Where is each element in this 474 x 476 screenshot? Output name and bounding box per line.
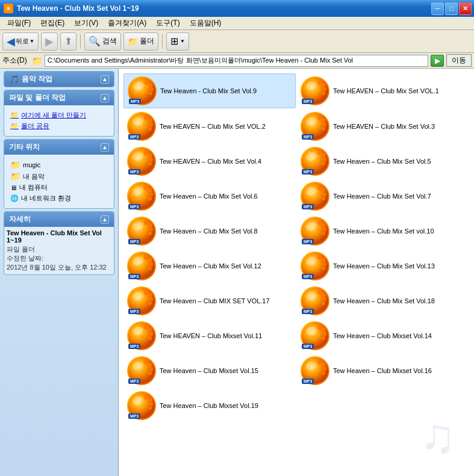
details-collapse-button[interactable]: ▲: [101, 215, 109, 224]
svg-point-18: [149, 123, 153, 126]
sidebar-music-header[interactable]: 🎵 음악 작업 ▲: [4, 72, 114, 87]
file-item[interactable]: MP3 Tew Heaven – Club Mixset Vol.15: [123, 354, 296, 388]
title-bar-left: Tew Heaven - Club Mix Set Vol 1~19: [4, 4, 139, 13]
file-item[interactable]: MP3 Tew HEAVEN – Club Mix Set VOL.2: [123, 110, 296, 143]
menu-tools[interactable]: 도구(T): [151, 17, 184, 29]
mp3-badge: MP3: [302, 274, 314, 279]
svg-point-79: [148, 301, 152, 305]
file-item[interactable]: MP3 Tew Heaven – Club Mixset Vol.16: [297, 354, 469, 388]
share-folder-link[interactable]: 📁 폴더 공유: [10, 122, 108, 131]
maximize-button[interactable]: □: [445, 2, 458, 15]
menu-favorites[interactable]: 즐겨찾기(A): [103, 17, 151, 29]
search-label: 검색: [102, 36, 117, 46]
create-folder-link[interactable]: 📁 여기에 새 폴더 만들기: [10, 111, 108, 120]
file-item[interactable]: MP3 Tew HEAVEN – Club Mix Set Vol.3: [297, 110, 469, 143]
mp3-badge: MP3: [128, 344, 140, 349]
minimize-button[interactable]: ─: [431, 2, 444, 15]
sidebar-file-label: 파일 및 폴더 작업: [9, 93, 66, 103]
svg-point-97: [322, 336, 325, 340]
file-item[interactable]: MP3 Tew Heaven – Club Mix Set Vol.5: [297, 144, 469, 178]
mp3-badge: MP3: [128, 274, 140, 279]
mp3-icon: MP3: [127, 356, 156, 385]
mp3-icon: MP3: [301, 321, 329, 350]
file-item[interactable]: MP3 Tew Heaven – Club Mix Set Vol.18: [297, 284, 469, 318]
my-music-label: 내 음악: [23, 172, 45, 181]
forward-button[interactable]: ▶: [41, 32, 58, 51]
sidebar-item-my-music[interactable]: 📁 내 음악: [10, 172, 108, 181]
sidebar-item-my-computer[interactable]: 🖥 내 컴퓨터: [10, 183, 108, 192]
sidebar-item-network[interactable]: 🌐 내 네트워크 환경: [10, 194, 108, 203]
menu-view[interactable]: 보기(V): [69, 17, 103, 29]
mp3-icon: MP3: [127, 321, 156, 350]
address-input[interactable]: C:\Documents and Settings\Administrator\…: [45, 55, 428, 67]
file-item[interactable]: MP3 Tew HEAVEN – Club Mix Set Vol.4: [123, 144, 296, 178]
file-item[interactable]: MP3 Tew Heaven – Club Mix Set vol.10: [297, 214, 469, 248]
sidebar-file-header[interactable]: 파일 및 폴더 작업 ▲: [4, 90, 114, 105]
menu-edit[interactable]: 편집(E): [36, 17, 69, 29]
svg-point-5: [149, 83, 153, 87]
go-arrow-button[interactable]: ▶: [431, 55, 444, 67]
sidebar-details-header[interactable]: 자세히 ▲: [4, 212, 114, 227]
go-button[interactable]: 이동: [446, 54, 472, 67]
mp3-icon: MP3: [301, 182, 329, 211]
svg-point-109: [322, 371, 325, 375]
sidebar-places-header[interactable]: 기타 위치 ▲: [4, 140, 114, 155]
mp3-icon: MP3: [127, 286, 156, 315]
back-arrow-icon: ◀: [7, 35, 15, 48]
file-item[interactable]: MP3 Tew Heaven – Club Mix Set Vol.6: [123, 179, 296, 213]
file-name: Tew Heaven – Club Mix Set Vol.18: [333, 297, 435, 305]
mp3-badge: MP3: [128, 134, 140, 140]
file-name: Tew Heaven - Club Mix Set Vol.9: [160, 87, 257, 95]
sidebar-item-mugic[interactable]: 📁 mugic: [10, 160, 108, 170]
file-item[interactable]: MP3 Tew Heaven – Club Mixset Vol.19: [123, 389, 296, 422]
file-item[interactable]: MP3 Tew Heaven – Club Mix Set Vol.8: [123, 214, 296, 248]
mp3-badge: MP3: [302, 99, 314, 104]
close-button[interactable]: ✕: [459, 2, 472, 15]
svg-point-12: [323, 87, 326, 91]
music-collapse-button[interactable]: ▲: [101, 75, 109, 84]
svg-point-6: [150, 87, 154, 91]
places-collapse-button[interactable]: ▲: [101, 143, 109, 152]
file-name: Tew Heaven – Club Mixset Vol.19: [160, 401, 258, 410]
file-item[interactable]: MP3 Tew Heaven – Club Mix Set Vol.13: [297, 249, 469, 283]
up-button[interactable]: ⬆: [60, 32, 76, 51]
file-item[interactable]: MP3 Tew Heaven – Club Mix Set Vol.7: [297, 179, 469, 213]
file-item[interactable]: MP3 Tew HEAVEN – Club Mix Set VOL.1: [297, 73, 469, 108]
mp3-icon: MP3: [127, 252, 156, 280]
menu-file[interactable]: 파일(F): [2, 17, 36, 29]
svg-point-66: [149, 262, 153, 266]
svg-point-89: [148, 328, 152, 332]
title-bar: Tew Heaven - Club Mix Set Vol 1~19 ─ □ ✕: [0, 0, 474, 17]
menu-help[interactable]: 도움말(H): [185, 17, 226, 29]
svg-point-114: [149, 402, 153, 406]
file-item[interactable]: MP3 Tew Heaven – Club MIX SET VOL.17: [123, 284, 296, 318]
file-name: Tew Heaven – Club MIX SET VOL.17: [160, 297, 270, 305]
separator-1: [80, 34, 81, 49]
file-item[interactable]: MP3 Tew Heaven - Club Mix Set Vol.9: [123, 73, 296, 108]
files-grid: MP3 Tew Heaven - Club Mix Set Vol.9: [123, 73, 469, 422]
content-area: MP3 Tew Heaven - Club Mix Set Vol.9: [119, 69, 474, 476]
svg-point-78: [149, 297, 153, 301]
svg-point-54: [149, 227, 153, 231]
svg-point-67: [148, 267, 152, 270]
svg-point-1: [7, 7, 10, 10]
file-item[interactable]: MP3 Tew Heaven – Club Mixset Vol.14: [297, 319, 469, 353]
sidebar-details-section: 자세히 ▲ Tew Heaven - Club Mix Set Vol 1~19…: [4, 211, 114, 275]
svg-point-72: [323, 262, 326, 266]
file-collapse-button[interactable]: ▲: [101, 94, 109, 102]
create-folder-label: 여기에 새 폴더 만들기: [21, 111, 86, 120]
back-dropdown-icon: ▼: [30, 39, 34, 44]
file-name: Tew Heaven – Club Mixset Vol.14: [333, 332, 432, 340]
detail-modified-date: 2012년 8월 10일 오늘, 오후 12:32: [7, 263, 111, 272]
sidebar-music-section: 🎵 음악 작업 ▲: [4, 71, 114, 87]
file-item[interactable]: MP3 Tew HEAVEN – Club Mixset Vol.11: [123, 319, 296, 353]
svg-point-49: [322, 197, 325, 200]
sidebar-details-label: 자세히: [9, 214, 31, 224]
folders-button[interactable]: 📁 폴더: [123, 32, 158, 51]
detail-modified-label: 수정한 날짜:: [7, 254, 111, 263]
back-button[interactable]: ◀ 뒤로 ▼: [2, 32, 39, 51]
file-name: Tew HEAVEN – Club Mix Set Vol.4: [160, 157, 261, 165]
view-button[interactable]: ⊞ ▼: [166, 32, 189, 51]
file-item[interactable]: MP3 Tew Heaven – Club Mix Set Vol.12: [123, 249, 296, 283]
search-button[interactable]: 🔍 검색: [84, 32, 121, 51]
